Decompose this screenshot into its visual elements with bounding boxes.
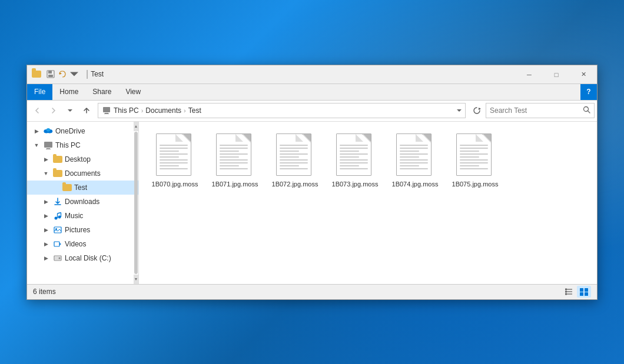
- address-refresh-button[interactable]: [469, 103, 484, 118]
- nav-up-button[interactable]: [79, 103, 94, 118]
- documents-label: Documents: [65, 169, 101, 178]
- file-item-3[interactable]: 1B073.jpg.moss: [328, 131, 381, 191]
- sidebar-scrollbar: ▲ ▼: [134, 122, 138, 284]
- sidebar: ▶ OneDrive ▼ T: [27, 122, 139, 284]
- doc-lines-1: [220, 145, 248, 169]
- quick-access-toolbar: [32, 69, 79, 79]
- address-bar[interactable]: This PC › Documents › Test: [98, 103, 466, 118]
- this-pc-icon: [44, 141, 53, 150]
- search-input[interactable]: [490, 106, 583, 115]
- sidebar-item-desktop[interactable]: ▶ Desktop: [27, 152, 138, 166]
- svg-point-31: [59, 257, 61, 259]
- breadcrumb-this-pc[interactable]: This PC: [114, 106, 139, 115]
- svg-rect-1: [48, 71, 52, 74]
- desktop-label: Desktop: [65, 155, 91, 163]
- file-name-5: 1B075.jpg.moss: [452, 180, 499, 188]
- search-box[interactable]: [486, 103, 595, 118]
- address-dropdown-btn[interactable]: [457, 107, 462, 114]
- sidebar-scroll-up[interactable]: ▲: [134, 122, 138, 131]
- qs-dropdown-btn[interactable]: [69, 69, 79, 79]
- menu-file[interactable]: File: [27, 84, 52, 100]
- nav-forward-button[interactable]: [46, 103, 61, 118]
- svg-rect-16: [44, 142, 52, 148]
- menu-share[interactable]: Share: [85, 84, 118, 100]
- title-separator: |: [86, 69, 88, 79]
- menu-home[interactable]: Home: [52, 84, 85, 100]
- music-icon: [53, 211, 62, 221]
- file-name-1: 1B071.jpg.moss: [212, 180, 258, 188]
- nav-back-button[interactable]: [29, 103, 45, 118]
- svg-rect-35: [565, 289, 567, 290]
- videos-expand[interactable]: ▶: [41, 239, 51, 249]
- sidebar-item-onedrive[interactable]: ▶ OneDrive: [27, 124, 138, 138]
- doc-lines-0: [160, 145, 188, 169]
- view-large-icons-button[interactable]: [577, 286, 591, 298]
- this-pc-expand[interactable]: ▼: [32, 141, 41, 150]
- sidebar-item-test[interactable]: ▶ Test: [27, 181, 138, 195]
- file-item-4[interactable]: 1B074.jpg.moss: [389, 131, 442, 191]
- svg-rect-38: [580, 288, 583, 292]
- view-details-button[interactable]: [562, 286, 576, 298]
- nav-dropdown-button[interactable]: [62, 103, 78, 118]
- svg-marker-3: [59, 72, 62, 75]
- maximize-button[interactable]: □: [543, 65, 570, 84]
- desktop-icon: [53, 155, 62, 164]
- breadcrumb-test[interactable]: Test: [188, 106, 201, 115]
- search-icon[interactable]: [583, 106, 590, 115]
- svg-marker-4: [70, 72, 78, 76]
- downloads-expand[interactable]: ▶: [41, 197, 51, 206]
- doc-lines-3: [340, 145, 368, 169]
- sidebar-item-documents[interactable]: ▼ Documents: [27, 166, 138, 181]
- file-icon-0: [156, 133, 194, 178]
- svg-line-23: [58, 212, 61, 213]
- documents-expand[interactable]: ▼: [41, 169, 51, 178]
- svg-line-12: [588, 111, 590, 113]
- breadcrumb-documents[interactable]: Documents: [145, 106, 181, 115]
- menu-view[interactable]: View: [118, 84, 148, 100]
- svg-rect-8: [104, 113, 109, 114]
- test-folder-icon: [62, 183, 72, 192]
- minimize-button[interactable]: ─: [516, 65, 543, 84]
- close-button[interactable]: ✕: [570, 65, 597, 84]
- doc-icon-5: [456, 133, 492, 176]
- doc-lines-2: [280, 145, 308, 169]
- sidebar-item-videos[interactable]: ▶ Videos: [27, 237, 138, 251]
- sidebar-item-local-disk[interactable]: ▶ Local Disk (C:): [27, 251, 138, 265]
- file-item-1[interactable]: 1B071.jpg.moss: [208, 131, 261, 191]
- file-item-5[interactable]: 1B075.jpg.moss: [449, 131, 502, 191]
- sidebar-tree: ▶ OneDrive ▼ T: [27, 122, 138, 268]
- file-item-2[interactable]: 1B072.jpg.moss: [268, 131, 321, 191]
- sidebar-scroll-down[interactable]: ▼: [134, 275, 138, 284]
- doc-lines-4: [400, 145, 428, 169]
- qs-save-btn[interactable]: [46, 69, 55, 79]
- navbar: This PC › Documents › Test: [27, 101, 597, 122]
- svg-marker-9: [457, 109, 462, 112]
- onedrive-icon: [44, 126, 53, 136]
- doc-lines-5: [460, 145, 488, 169]
- breadcrumb-sep-2: ›: [184, 107, 186, 114]
- onedrive-expand[interactable]: ▶: [32, 126, 41, 136]
- breadcrumb-sep-1: ›: [141, 107, 144, 114]
- menu-help[interactable]: ?: [580, 84, 597, 100]
- sidebar-scroll-thumb[interactable]: [134, 132, 138, 274]
- file-icon-4: [396, 133, 434, 178]
- sidebar-item-this-pc[interactable]: ▼ This PC: [27, 138, 138, 152]
- doc-icon-0: [156, 133, 191, 176]
- pictures-expand[interactable]: ▶: [41, 225, 51, 235]
- downloads-icon: [53, 197, 62, 206]
- desktop-expand[interactable]: ▶: [41, 155, 51, 164]
- file-item-0[interactable]: 1B070.jpg.moss: [148, 131, 201, 191]
- local-disk-expand[interactable]: ▶: [41, 253, 51, 263]
- view-buttons: [562, 286, 591, 298]
- window-controls: ─ □ ✕: [516, 65, 597, 84]
- music-label: Music: [65, 212, 83, 220]
- videos-label: Videos: [65, 240, 86, 248]
- main-area: ▶ OneDrive ▼ T: [27, 122, 597, 284]
- music-expand[interactable]: ▶: [41, 211, 51, 221]
- sidebar-item-pictures[interactable]: ▶ Pictures: [27, 223, 138, 237]
- sidebar-item-music[interactable]: ▶ Music: [27, 209, 138, 223]
- sidebar-item-downloads[interactable]: ▶ Downloads: [27, 195, 138, 209]
- svg-marker-5: [68, 109, 72, 112]
- qs-undo-btn[interactable]: [58, 69, 67, 79]
- svg-rect-41: [585, 292, 588, 296]
